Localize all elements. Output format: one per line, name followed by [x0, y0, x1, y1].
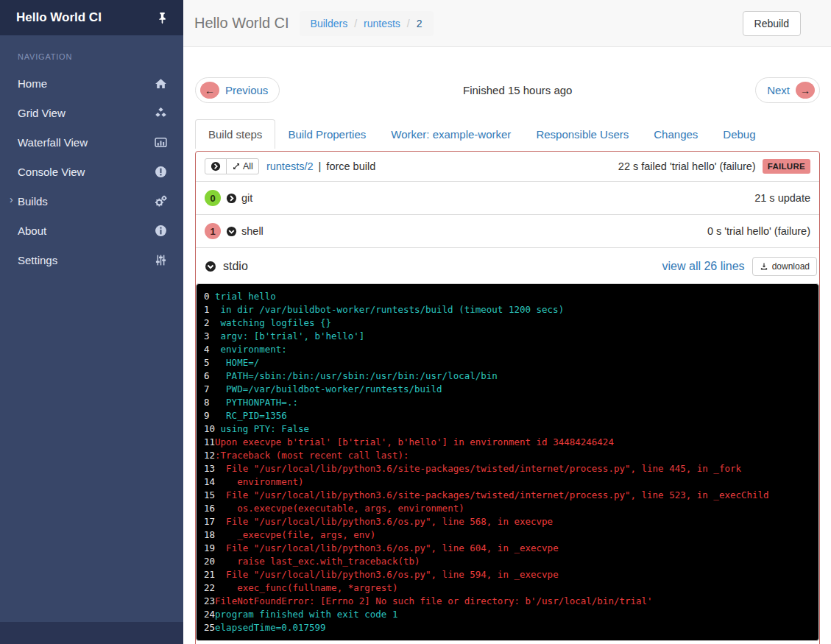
log-line-number: 25 [204, 621, 215, 634]
log-line-number: 15 [204, 489, 215, 502]
breadcrumb-separator: / [407, 18, 410, 29]
tab-build-steps[interactable]: Build steps [195, 119, 275, 149]
log-line-text: _execvpe(file, args, env) [215, 529, 375, 540]
log-line-text: PWD=/var/buildbot-worker/runtests/build [215, 383, 442, 394]
step-number-badge: 1 [205, 223, 221, 239]
download-icon [760, 262, 768, 271]
sidebar-item-console-view[interactable]: Console View [0, 157, 183, 186]
download-button[interactable]: download [752, 257, 817, 276]
log-line-text: os.execvpe(executable, args, environment… [215, 503, 464, 514]
expand-all-button[interactable]: All [226, 158, 259, 174]
log-line-number: 21 [204, 568, 215, 581]
log-line-number: 1 [204, 303, 215, 316]
sidebar-footer[interactable] [0, 622, 183, 644]
log-line-number: 5 [204, 356, 215, 369]
log-line-number: 7 [204, 383, 215, 396]
stdio-log-header: stdio view all 26 lines down [196, 248, 819, 283]
tab-build-properties[interactable]: Build Properties [275, 120, 378, 149]
log-line-number: 0 [204, 290, 215, 303]
sidebar-item-waterfall-view[interactable]: Waterfall View [0, 127, 183, 157]
sidebar-header: Hello World CI [0, 0, 183, 35]
step-row-shell[interactable]: 1 shell 0 s 'trial hello' (failure) [196, 215, 819, 248]
tab-responsible-users[interactable]: Responsible Users [523, 120, 641, 149]
breadcrumb-builders-link[interactable]: Builders [311, 18, 348, 29]
sidebar-item-settings[interactable]: Settings [0, 245, 183, 275]
view-all-lines-link[interactable]: view all 26 lines [662, 260, 745, 273]
stdio-terminal[interactable]: 0trial hello 1 in dir /var/buildbot-work… [196, 283, 819, 641]
log-line: 21 File "/usr/local/lib/python3.6/os.py"… [204, 568, 811, 581]
next-build-button[interactable]: Next → [755, 77, 820, 103]
log-line: 15 File "/usr/local/lib/python3.6/site-p… [204, 489, 811, 502]
log-line-number: 4 [204, 343, 215, 356]
previous-label: Previous [225, 84, 268, 96]
log-line: 22 exec_func(fullname, *argrest) [204, 581, 811, 595]
log-line-text: environment) [215, 476, 303, 487]
log-line: 14 environment) [204, 475, 811, 489]
log-line: 12:Traceback (most recent call last): [204, 449, 811, 462]
log-line-text: raise last_exc.with_traceback(tb) [215, 556, 420, 567]
step-number-badge: 0 [205, 190, 221, 206]
sidebar-item-builds[interactable]: › Builds [0, 186, 183, 216]
log-line-text: program finished with exit code 1 [215, 609, 397, 620]
log-line-text: Upon execvpe b'trial' [b'trial', b'hello… [215, 436, 614, 447]
chevron-circle-down-icon[interactable] [226, 226, 237, 237]
log-line: 3 argv: [b'trial', b'hello'] [204, 330, 811, 343]
sidebar-item-label: Home [18, 77, 155, 90]
tab-changes[interactable]: Changes [641, 120, 710, 149]
log-line-text: File "/usr/local/lib/python3.6/os.py", l… [215, 516, 553, 527]
log-line-number: 17 [204, 515, 215, 528]
chevron-circle-down-icon[interactable] [205, 261, 216, 272]
log-line-text: environment: [215, 344, 287, 355]
content: ← Previous Finished 15 hours ago Next → … [183, 47, 831, 644]
next-label: Next [767, 84, 790, 96]
previous-build-button[interactable]: ← Previous [195, 77, 280, 103]
sidebar-nav: NAVIGATION Home Grid View [0, 35, 183, 622]
tab-worker[interactable]: Worker: example-worker [378, 120, 523, 149]
log-line-number: 19 [204, 542, 215, 555]
log-line-number: 18 [204, 528, 215, 542]
rebuild-button[interactable]: Rebuild [743, 11, 801, 36]
log-line-text: File "/usr/local/lib/python3.6/site-pack… [215, 463, 741, 474]
log-line: 1 in dir /var/buildbot-worker/runtests/b… [204, 303, 811, 316]
log-line-text: exec_func(fullname, *argrest) [215, 582, 397, 593]
sliders-icon [155, 254, 167, 266]
step-row-git[interactable]: 0 git 21 s update [196, 182, 819, 215]
log-line-text: File "/usr/local/lib/python3.6/os.py", l… [215, 542, 559, 553]
log-line-text: File "/usr/local/lib/python3.6/site-pack… [215, 489, 769, 500]
build-panel-header: All runtests/2 | force build 22 s failed… [196, 152, 819, 182]
sidebar-item-label: Settings [18, 254, 155, 266]
log-line: 13 File "/usr/local/lib/python3.6/site-p… [204, 462, 811, 475]
log-line: 25elapsedTime=0.017599 [204, 621, 811, 634]
log-line: 2 watching logfiles {} [204, 316, 811, 330]
sidebar-item-about[interactable]: About [0, 216, 183, 245]
breadcrumb-build-number[interactable]: 2 [417, 18, 422, 29]
build-finished-status: Finished 15 hours ago [280, 84, 755, 96]
chevron-circle-right-icon[interactable] [226, 193, 237, 204]
log-line: 8 PYTHONPATH=.: [204, 396, 811, 409]
expand-all-label: All [243, 161, 253, 171]
collapse-toggle-button[interactable] [205, 158, 227, 174]
bar-chart-icon [155, 136, 167, 149]
tab-debug[interactable]: Debug [710, 120, 768, 149]
log-line-text: trial hello [215, 291, 276, 302]
log-line: 11Upon execvpe b'trial' [b'trial', b'hel… [204, 436, 811, 449]
log-line-text: :Traceback (most recent call last): [215, 450, 409, 461]
log-line-number: 2 [204, 316, 215, 330]
breadcrumb-builder-link[interactable]: runtests [364, 18, 400, 29]
log-line: 6 PATH=/sbin:/bin:/usr/sbin:/usr/bin:/us… [204, 369, 811, 383]
log-line: 0trial hello [204, 290, 811, 303]
sidebar-item-home[interactable]: Home [0, 68, 183, 98]
step-status: 0 s 'trial hello' (failure) [707, 225, 810, 237]
chevron-right-icon[interactable]: › [10, 194, 13, 205]
pin-icon[interactable] [156, 12, 169, 24]
build-tabs: Build steps Build Properties Worker: exa… [195, 119, 820, 149]
log-line: 24program finished with exit code 1 [204, 608, 811, 621]
build-summary-text: 22 s failed 'trial hello' (failure) [618, 160, 756, 172]
log-line-text: PATH=/sbin:/bin:/usr/sbin:/usr/bin:/usr/… [215, 370, 498, 381]
log-line-number: 22 [204, 581, 215, 595]
log-line-text: argv: [b'trial', b'hello'] [215, 330, 364, 342]
sidebar-item-grid-view[interactable]: Grid View [0, 98, 183, 127]
log-name: stdio [223, 260, 248, 273]
builder-build-link[interactable]: runtests/2 [266, 160, 314, 172]
log-line-number: 20 [204, 555, 215, 568]
